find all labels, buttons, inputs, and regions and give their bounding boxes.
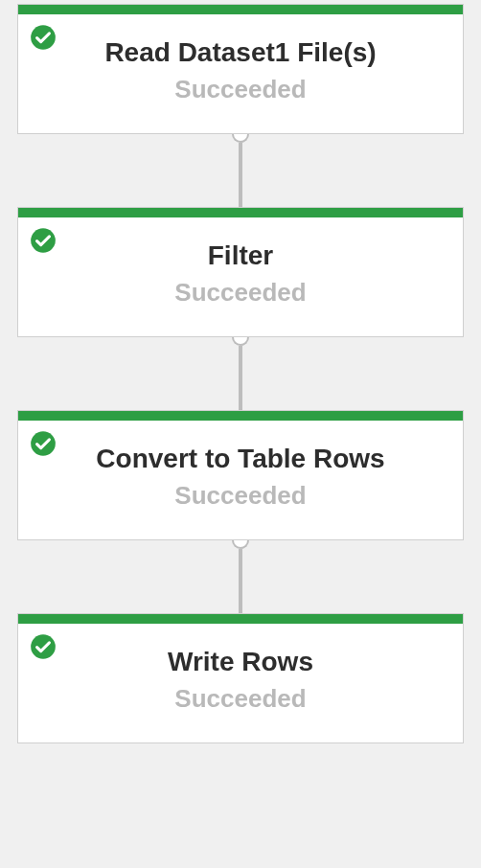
pipeline-node[interactable]: Read Dataset1 File(s) Succeeded	[17, 4, 464, 134]
output-port	[232, 133, 249, 143]
pipeline-node[interactable]: Write Rows Succeeded	[17, 613, 464, 743]
svg-point-0	[31, 25, 56, 50]
connector-line	[239, 346, 242, 410]
node-status-bar	[18, 208, 463, 217]
connector	[232, 337, 249, 410]
node-body: Convert to Table Rows Succeeded	[18, 421, 463, 539]
pipeline-node[interactable]: Filter Succeeded	[17, 207, 464, 337]
node-title: Read Dataset1 File(s)	[37, 35, 444, 69]
node-status: Succeeded	[37, 684, 444, 714]
output-port	[232, 539, 249, 549]
check-circle-icon	[30, 633, 57, 660]
connector-line	[239, 143, 242, 207]
node-body: Filter Succeeded	[18, 217, 463, 336]
node-body: Read Dataset1 File(s) Succeeded	[18, 14, 463, 133]
node-body: Write Rows Succeeded	[18, 624, 463, 742]
node-status-bar	[18, 5, 463, 14]
pipeline-diagram: Read Dataset1 File(s) Succeeded Filter S…	[0, 4, 481, 743]
node-status: Succeeded	[37, 278, 444, 308]
svg-point-2	[31, 431, 56, 456]
node-status: Succeeded	[37, 75, 444, 104]
check-circle-icon	[30, 430, 57, 457]
connector	[232, 540, 249, 613]
check-circle-icon	[30, 227, 57, 254]
node-status-bar	[18, 411, 463, 421]
node-status: Succeeded	[37, 481, 444, 511]
svg-point-1	[31, 228, 56, 253]
node-title: Convert to Table Rows	[37, 442, 444, 475]
output-port	[232, 336, 249, 346]
check-circle-icon	[30, 24, 57, 51]
node-status-bar	[18, 614, 463, 624]
connector-line	[239, 549, 242, 613]
node-title: Write Rows	[37, 645, 444, 678]
svg-point-3	[31, 634, 56, 659]
node-title: Filter	[37, 239, 444, 272]
connector	[232, 134, 249, 207]
pipeline-node[interactable]: Convert to Table Rows Succeeded	[17, 410, 464, 540]
